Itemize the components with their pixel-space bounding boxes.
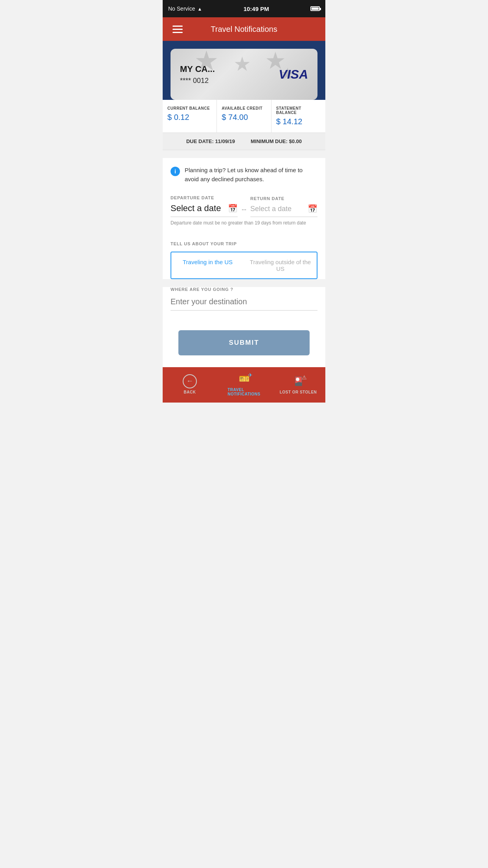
- card-network: VISA: [279, 67, 308, 82]
- due-date-value: 11/09/19: [215, 138, 235, 144]
- destination-input[interactable]: [171, 297, 317, 306]
- statement-balance-label: STATEMENT BALANCE: [276, 106, 321, 115]
- bottom-nav: ← BACK 🎫 ✈ TRAVELNOTIFICATIONS 🎴 ⚠ LOST …: [163, 367, 325, 403]
- return-date-group: RETURN DATE Select a date 📅: [250, 196, 317, 217]
- date-separator: --: [242, 206, 246, 217]
- destination-input-row: [171, 297, 317, 311]
- departure-date-value: Select a date: [171, 203, 225, 213]
- lost-stolen-icon: 🎴 ⚠: [290, 374, 307, 388]
- carrier-text: No Service: [168, 6, 195, 12]
- nav-back[interactable]: ← BACK: [163, 374, 217, 394]
- wifi-icon: [197, 6, 202, 12]
- card-account-name: MY CA...: [180, 64, 215, 74]
- current-balance-label: CURRENT BALANCE: [167, 106, 212, 110]
- return-date-label: RETURN DATE: [250, 196, 317, 201]
- statement-balance-value: $ 14.12: [276, 117, 321, 126]
- departure-date-group: DEPARTURE DATE Select a date 📅: [171, 195, 238, 217]
- trip-option-us[interactable]: Traveling in the US: [171, 252, 244, 278]
- trip-option-international-label: Traveling outside of the US: [250, 259, 311, 272]
- trip-option-us-label: Traveling in the US: [183, 259, 233, 265]
- date-row: DEPARTURE DATE Select a date 📅 -- RETURN…: [171, 195, 317, 217]
- hamburger-line-3: [172, 32, 183, 33]
- nav-lost-or-stolen[interactable]: 🎴 ⚠ LOST OR STOLEN: [271, 374, 325, 394]
- trip-toggle: Traveling in the US Traveling outside of…: [171, 252, 317, 279]
- info-icon: i: [171, 167, 180, 176]
- dates-section: DEPARTURE DATE Select a date 📅 -- RETURN…: [163, 188, 325, 234]
- back-icon: ←: [183, 374, 197, 388]
- app-header: Travel Notifications: [163, 17, 325, 41]
- statement-balance: STATEMENT BALANCE $ 14.12: [272, 100, 325, 132]
- available-credit: AVAILABLE CREDIT $ 74.00: [217, 100, 271, 132]
- status-right: [310, 6, 320, 11]
- available-credit-value: $ 74.00: [222, 113, 266, 122]
- card-number: **** 0012: [180, 77, 215, 85]
- submit-button[interactable]: SUBMIT: [178, 330, 310, 355]
- due-date-item: DUE DATE: 11/09/19: [186, 138, 235, 144]
- status-time: 10:49 PM: [244, 6, 269, 12]
- return-date-input[interactable]: Select a date 📅: [250, 204, 317, 217]
- nav-lost-label: LOST OR STOLEN: [280, 390, 317, 394]
- balances-section: CURRENT BALANCE $ 0.12 AVAILABLE CREDIT …: [163, 100, 325, 133]
- due-date-label: DUE DATE:: [186, 138, 214, 144]
- page-title: Travel Notifications: [211, 25, 277, 34]
- nav-travel-label: TRAVELNOTIFICATIONS: [227, 388, 261, 396]
- menu-button[interactable]: [171, 24, 185, 35]
- due-date-bar: DUE DATE: 11/09/19 MINIMUM DUE: $0.00: [163, 133, 325, 150]
- minimum-due-label: MINIMUM DUE:: [251, 138, 288, 144]
- submit-section: SUBMIT: [163, 318, 325, 367]
- destination-label: WHERE ARE YOU GOING ?: [171, 287, 317, 292]
- trip-section: TELL US ABOUT YOUR TRIP Traveling in the…: [163, 234, 325, 279]
- spacer: [163, 150, 325, 154]
- return-date-value: Select a date: [250, 205, 305, 213]
- minimum-due-value: $0.00: [289, 138, 302, 144]
- nav-back-label: BACK: [184, 390, 196, 394]
- card-decoration: ★: [233, 53, 251, 75]
- nav-travel-notifications[interactable]: 🎫 ✈ TRAVELNOTIFICATIONS: [217, 372, 271, 396]
- info-message: Planning a trip? Let us know ahead of ti…: [185, 166, 317, 184]
- status-bar: No Service 10:49 PM: [163, 0, 325, 17]
- trip-option-international[interactable]: Traveling outside of the US: [244, 252, 317, 278]
- travel-notifications-icon: 🎫 ✈: [235, 372, 253, 386]
- battery-icon: [310, 6, 320, 11]
- credit-card: ★ ★ ★ ★ MY CA... **** 0012 VISA: [171, 49, 317, 100]
- trip-section-label: TELL US ABOUT YOUR TRIP: [171, 241, 317, 246]
- card-info: MY CA... **** 0012: [180, 64, 215, 85]
- available-credit-label: AVAILABLE CREDIT: [222, 106, 266, 110]
- destination-section: WHERE ARE YOU GOING ?: [163, 287, 325, 318]
- return-calendar-icon[interactable]: 📅: [308, 204, 317, 213]
- current-balance: CURRENT BALANCE $ 0.12: [163, 100, 217, 132]
- hamburger-line-2: [172, 29, 183, 30]
- info-section: i Planning a trip? Let us know ahead of …: [163, 158, 325, 188]
- current-balance-value: $ 0.12: [167, 113, 212, 122]
- status-left: No Service: [168, 6, 202, 12]
- hamburger-line-1: [172, 26, 183, 27]
- departure-date-label: DEPARTURE DATE: [171, 195, 238, 200]
- departure-calendar-icon[interactable]: 📅: [228, 204, 238, 213]
- minimum-due-item: MINIMUM DUE: $0.00: [251, 138, 302, 144]
- departure-date-input[interactable]: Select a date 📅: [171, 203, 238, 217]
- date-hint: Departure date must be no greater than 1…: [171, 220, 317, 226]
- card-section: ★ ★ ★ ★ MY CA... **** 0012 VISA: [163, 41, 325, 100]
